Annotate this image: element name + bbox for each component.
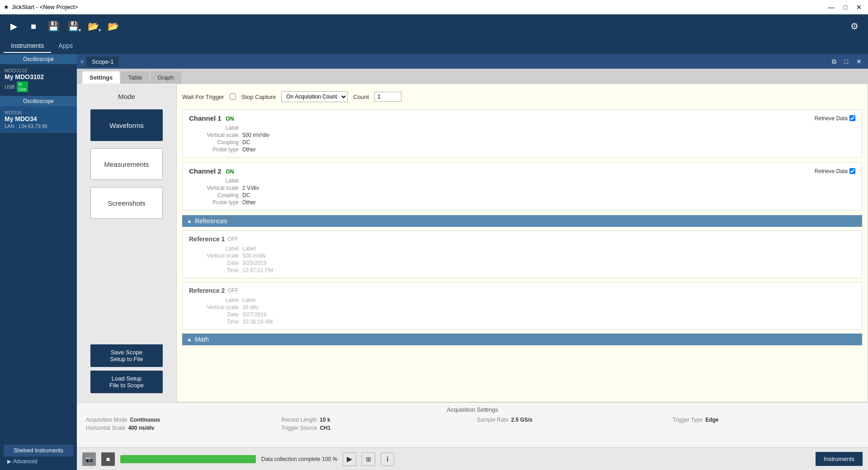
stop-status-button[interactable]: ■: [101, 452, 115, 466]
acq-mode-label: Acquisition Mode: [86, 417, 127, 423]
channel-1-name-row: Channel 1 ON: [189, 114, 234, 122]
stop-capture-label: Stop Capture: [241, 94, 276, 100]
stop-capture-dropdown[interactable]: On Acquisition Count: [281, 91, 348, 102]
acq-horiz-label: Horizontal Scale: [86, 425, 125, 431]
count-label: Count: [353, 94, 369, 100]
titlebar: ★ JickStart - <New Project> — □ ✕: [0, 0, 868, 14]
measurements-mode-button[interactable]: Measurements: [90, 148, 163, 180]
reference-2-header: Reference 2 OFF: [189, 287, 855, 294]
gear-button[interactable]: ⚙: [846, 18, 863, 34]
save-scope-button[interactable]: Save ScopeSetup to File: [90, 344, 163, 367]
instruments-right-button[interactable]: Instruments: [816, 452, 863, 466]
channel-1-header: Channel 1 ON Retrieve Data: [189, 114, 855, 122]
progress-bar-container: [120, 455, 256, 463]
channel-2-card: Channel 2 ON Retrieve Data Label Vertica…: [182, 162, 862, 211]
acq-trigger-type-val: Edge: [705, 417, 718, 423]
play-button[interactable]: ▶: [5, 18, 22, 34]
retrieve-data-checkbox-2[interactable]: [849, 168, 855, 174]
maximize-button[interactable]: □: [841, 3, 850, 12]
tab-apps[interactable]: Apps: [51, 39, 80, 53]
inst-name-1: My MDO3102: [5, 73, 72, 80]
channel-2-props: Label Vertical scale2 V/div CouplingDC P…: [189, 178, 855, 206]
open-folder-button[interactable]: 📂▾: [85, 18, 101, 34]
sidebar-bottom: Shelved Instruments ▶ Advanced: [0, 441, 77, 470]
scope-tab-icon: ≡: [80, 58, 84, 65]
ref-2-name: Reference 2: [189, 287, 225, 294]
play-status-button[interactable]: ▶: [343, 452, 356, 466]
stop-button[interactable]: ■: [25, 18, 42, 34]
close-button[interactable]: ✕: [854, 3, 864, 12]
acq-sample-val: 2.5 GS/s: [511, 417, 532, 423]
nav-tabs: Instruments Apps: [0, 38, 868, 54]
sidebar-section-oscilloscope-2: Oscilloscope: [0, 96, 77, 106]
tab-table[interactable]: Table: [121, 71, 149, 84]
acq-trigger-source-item: Trigger Source CH1: [282, 425, 468, 431]
advanced-link[interactable]: ▶ Advanced: [4, 456, 73, 466]
scope-tab-label[interactable]: Scope-1: [86, 56, 119, 67]
in-use-badge-1: InUse: [17, 81, 28, 92]
math-section-header[interactable]: ▲ Math: [182, 334, 862, 345]
inst-conn-2: LAN : 134.63.79.96: [5, 123, 72, 129]
wait-for-trigger-checkbox[interactable]: [230, 94, 236, 100]
channel-1-name: Channel 1: [189, 114, 222, 122]
reference-2-card: Reference 2 OFF LabelLabel Vertical scal…: [182, 282, 862, 330]
math-chevron: ▲: [187, 336, 192, 343]
channel-2-header: Channel 2 ON Retrieve Data: [189, 167, 855, 175]
app-icon: ★: [4, 4, 9, 10]
trigger-row: Wait For Trigger Stop Capture On Acquisi…: [182, 89, 862, 104]
scope-tabbar-left: ≡ Scope-1: [80, 56, 119, 67]
sidebar: Oscilloscope MDO3102 My MDO3102 USB InUs…: [0, 54, 77, 470]
tab-instruments[interactable]: Instruments: [4, 39, 51, 53]
inst-model-1: MDO3102: [5, 68, 72, 73]
inst-name-2: My MDO34: [5, 115, 72, 122]
wait-for-trigger-label: Wait For Trigger: [182, 94, 224, 100]
acq-record-label: Record Length: [282, 417, 317, 423]
info-button[interactable]: i: [381, 452, 394, 466]
channel-1-card: Channel 1 ON Retrieve Data Label Vertica…: [182, 109, 862, 158]
references-section-header[interactable]: ▲ References: [182, 215, 862, 227]
right-panel: Wait For Trigger Stop Capture On Acquisi…: [176, 84, 868, 402]
camera-button[interactable]: 📷: [82, 452, 96, 466]
acq-trigger-source-val: CH1: [320, 425, 330, 431]
minimize-button[interactable]: —: [826, 3, 837, 12]
progress-text: Data collection complete 100 %: [261, 456, 337, 462]
ref-2-status: OFF: [227, 287, 238, 294]
load-setup-button[interactable]: Load SetupFile to Scope: [90, 371, 163, 393]
scope-max-icon[interactable]: □: [842, 57, 851, 66]
tab-settings[interactable]: Settings: [82, 71, 120, 84]
acq-record-val: 10 k: [320, 417, 330, 423]
channel-1-retrieve: Retrieve Data: [815, 115, 855, 122]
save-as-button[interactable]: 💾▾: [65, 18, 81, 34]
mode-label: Mode: [118, 93, 135, 100]
scope-open-icon[interactable]: ⧉: [829, 57, 839, 66]
toolbar-left: ▶ ■ 💾 💾▾ 📂▾ 📂: [5, 18, 121, 34]
content-tabs: Settings Table Graph: [77, 69, 868, 84]
acq-mode-val: Continuous: [130, 417, 160, 423]
math-label: Math: [195, 336, 209, 343]
scope-close-icon[interactable]: ✕: [854, 57, 864, 66]
save-button[interactable]: 💾: [45, 18, 61, 34]
count-input[interactable]: [374, 92, 401, 102]
acq-record-item: Record Length 10 k: [282, 417, 468, 423]
acq-sample-item: Sample Rate 2.5 GS/s: [477, 417, 664, 423]
acq-sample-label: Sample Rate: [477, 417, 508, 423]
retrieve-data-label-1: Retrieve Data: [815, 115, 848, 122]
tab-graph[interactable]: Graph: [150, 71, 181, 84]
channel-1-status: ON: [226, 116, 234, 122]
screenshots-mode-button[interactable]: Screenshots: [90, 187, 163, 219]
retrieve-data-checkbox-1[interactable]: [849, 115, 855, 121]
waveforms-mode-button[interactable]: Waveforms: [90, 109, 163, 141]
instrument-mdo3102[interactable]: MDO3102 My MDO3102 USB InUse: [0, 64, 77, 96]
content-area: ≡ Scope-1 ⧉ □ ✕ Settings Table Graph Mod…: [77, 54, 868, 470]
reference-1-header: Reference 1 OFF: [189, 235, 855, 243]
triangle-icon: ▶: [7, 458, 11, 465]
acq-settings-title: Acquisition Settings: [86, 406, 859, 413]
titlebar-left: ★ JickStart - <New Project>: [4, 4, 78, 10]
instrument-mdo34[interactable]: MDO34 My MDO34 LAN : 134.63.79.96: [0, 106, 77, 133]
shelved-instruments-button[interactable]: Shelved Instruments: [4, 445, 73, 456]
export-button[interactable]: ⊞: [362, 452, 375, 466]
reference-2-props: LabelLabel Vertical scale20 /div Date3/2…: [189, 297, 855, 325]
references-chevron: ▲: [187, 218, 192, 224]
acquisition-settings: Acquisition Settings Acquisition Mode Co…: [77, 402, 868, 447]
open-file-button[interactable]: 📂: [105, 18, 121, 34]
